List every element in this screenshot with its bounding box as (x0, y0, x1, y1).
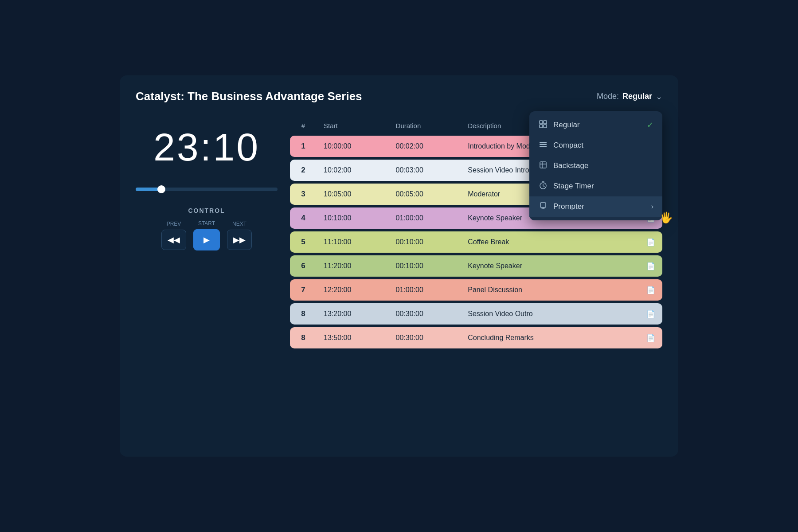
left-panel: 23:10 CONTROL PREV ◀◀ START ▶ (136, 116, 278, 351)
cell-description: Concluding Remarks (461, 327, 622, 348)
app-title: Catalyst: The Business Advantage Series (136, 90, 362, 103)
prompter-label: Prompter (553, 202, 646, 211)
file-icon: 📄 (646, 310, 655, 318)
main-content: 23:10 CONTROL PREV ◀◀ START ▶ (136, 116, 662, 351)
file-icon: 📄 (646, 334, 655, 342)
cell-duration: 00:02:00 (389, 136, 461, 157)
prev-button[interactable]: ◀◀ (161, 230, 186, 250)
next-button[interactable]: ▶▶ (227, 230, 252, 250)
cell-start: 10:10:00 (317, 207, 389, 229)
backstage-icon (538, 161, 548, 171)
regular-label: Regular (553, 121, 642, 129)
cell-start: 10:02:00 (317, 160, 389, 181)
mode-dropdown: Regular✓CompactBackstageStage TimerPromp… (529, 111, 662, 220)
regular-icon (538, 120, 548, 130)
cell-start: 13:50:00 (317, 327, 389, 348)
cell-file-icon: 📄 (622, 327, 662, 348)
cell-num: 7 (290, 279, 317, 301)
file-icon: 📄 (646, 262, 655, 270)
cell-file-icon: 📄 (622, 231, 662, 253)
cell-duration: 00:30:00 (389, 303, 461, 325)
file-icon: 📄 (646, 239, 655, 246)
cell-duration: 00:30:00 (389, 327, 461, 348)
compact-icon (538, 141, 548, 150)
cell-start: 11:10:00 (317, 231, 389, 253)
cell-file-icon: 📄 (622, 279, 662, 301)
cell-start: 12:20:00 (317, 279, 389, 301)
svg-rect-5 (540, 144, 547, 145)
header: Catalyst: The Business Advantage Series … (136, 90, 662, 103)
cell-start: 13:20:00 (317, 303, 389, 325)
prompter-icon (538, 202, 548, 211)
cell-num: 8 (290, 327, 317, 348)
cell-num: 5 (290, 231, 317, 253)
dropdown-item-stage-timer[interactable]: Stage Timer (529, 176, 662, 196)
cell-num: 3 (290, 184, 317, 205)
cell-duration: 00:10:00 (389, 231, 461, 253)
cell-start: 11:20:00 (317, 255, 389, 277)
dropdown-item-compact[interactable]: Compact (529, 135, 662, 156)
cell-duration: 00:03:00 (389, 160, 461, 181)
dropdown-item-regular[interactable]: Regular✓ (529, 115, 662, 135)
dropdown-item-backstage[interactable]: Backstage (529, 156, 662, 176)
prev-btn-group: PREV ◀◀ (161, 221, 186, 250)
control-section: CONTROL PREV ◀◀ START ▶ NEXT ▶▶ (136, 207, 278, 250)
cell-file-icon: 📄 (622, 255, 662, 277)
progress-bar-thumb (157, 185, 165, 193)
file-icon: 📄 (646, 286, 655, 294)
chevron-down-icon: ⌄ (656, 92, 662, 102)
submenu-arrow-icon: › (651, 203, 653, 211)
compact-label: Compact (553, 141, 653, 150)
cell-description: Panel Discussion (461, 279, 622, 301)
table-row[interactable]: 511:10:0000:10:00Coffee Break📄 (290, 231, 662, 253)
col-header-duration: Duration (389, 118, 461, 133)
cell-start: 10:05:00 (317, 184, 389, 205)
stage-timer-label: Stage Timer (553, 182, 653, 191)
control-label: CONTROL (136, 207, 278, 214)
check-icon: ✓ (647, 120, 653, 130)
cell-duration: 01:00:00 (389, 279, 461, 301)
table-row[interactable]: 611:20:0000:10:00Keynote Speaker📄 (290, 255, 662, 277)
table-row[interactable]: 813:20:0000:30:00Session Video Outro📄 (290, 303, 662, 325)
progress-bar[interactable] (136, 188, 278, 191)
cell-description: Session Video Outro (461, 303, 622, 325)
backstage-label: Backstage (553, 161, 653, 170)
cell-start: 10:00:00 (317, 136, 389, 157)
progress-bar-fill (136, 188, 161, 191)
cell-num: 1 (290, 136, 317, 157)
svg-rect-7 (540, 162, 546, 168)
stage-timer-icon (538, 181, 548, 191)
cell-file-icon: 📄 (622, 303, 662, 325)
cell-description: Coffee Break (461, 231, 622, 253)
control-buttons: PREV ◀◀ START ▶ NEXT ▶▶ (136, 220, 278, 250)
table-row[interactable]: 712:20:0001:00:00Panel Discussion📄 (290, 279, 662, 301)
mode-selector[interactable]: Mode: Regular ⌄ (597, 92, 662, 102)
mode-value: Regular (622, 92, 652, 101)
cell-num: 4 (290, 207, 317, 229)
svg-rect-4 (540, 142, 547, 143)
cell-duration: 00:10:00 (389, 255, 461, 277)
svg-rect-6 (540, 146, 547, 147)
start-label: START (198, 220, 215, 227)
svg-rect-0 (540, 121, 543, 124)
play-button[interactable]: ▶ (193, 229, 220, 250)
col-header-start: Start (317, 118, 389, 133)
cell-duration: 00:05:00 (389, 184, 461, 205)
svg-rect-3 (544, 125, 547, 128)
svg-rect-1 (544, 121, 547, 124)
mode-label: Mode: (597, 92, 619, 101)
cell-description: Keynote Speaker (461, 255, 622, 277)
table-row[interactable]: 813:50:0000:30:00Concluding Remarks📄 (290, 327, 662, 348)
prev-label: PREV (167, 221, 181, 227)
start-btn-group: START ▶ (193, 220, 220, 250)
cell-num: 2 (290, 160, 317, 181)
cell-num: 8 (290, 303, 317, 325)
col-header-num: # (290, 118, 317, 133)
svg-rect-2 (540, 125, 543, 128)
cell-duration: 01:00:00 (389, 207, 461, 229)
next-label: NEXT (232, 221, 246, 227)
cursor-pointer: 🖐 (660, 211, 673, 224)
next-btn-group: NEXT ▶▶ (227, 221, 252, 250)
timer-display: 23:10 (153, 125, 260, 170)
dropdown-item-prompter[interactable]: Prompter›🖐 (529, 196, 662, 217)
